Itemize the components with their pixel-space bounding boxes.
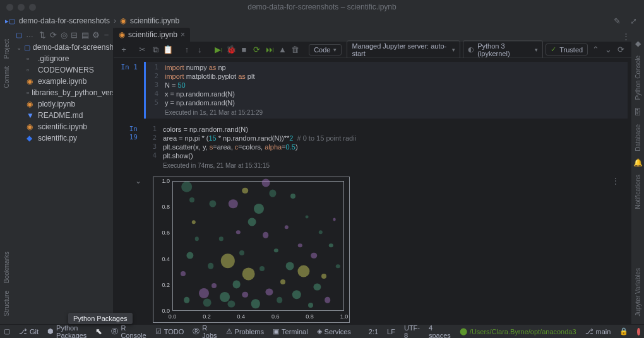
target-icon[interactable]: ◎ <box>60 29 68 40</box>
chevron-down-icon[interactable]: ⌄ <box>603 44 613 55</box>
split-icon[interactable]: ▤ <box>81 29 89 40</box>
kernel-dropdown[interactable]: ◐ Python 3 (ipykernel)▾ <box>463 40 543 59</box>
close-icon[interactable]: × <box>181 30 185 39</box>
title-bar: demo-data-for-screenshots – scientific.i… <box>0 0 644 14</box>
hide-tools-icon[interactable]: ▢ <box>4 327 10 335</box>
tool-bookmarks[interactable]: Bookmarks <box>3 252 10 283</box>
tool-jupyter-variables[interactable]: Jupyter Variables <box>635 268 641 317</box>
tree-file[interactable]: ▫CODEOWNERS <box>13 64 113 76</box>
sync-icon[interactable]: ⇅ <box>39 29 47 40</box>
run-cell-icon[interactable]: ▶| <box>213 44 224 55</box>
refresh-icon[interactable]: ⟳ <box>616 44 626 55</box>
breadcrumb-file[interactable]: scientific.ipynb <box>130 16 179 25</box>
move-down-icon[interactable]: ↓ <box>194 44 205 55</box>
window-title: demo-data-for-screenshots – scientific.i… <box>247 3 396 11</box>
editor-tabs: ◉ scientific.ipynb × ⋮ <box>114 28 631 42</box>
logo-icon[interactable]: ◆ <box>633 39 642 48</box>
tool-notifications[interactable]: Notifications <box>635 175 641 209</box>
services-icon: ◈ <box>317 327 322 335</box>
delete-icon[interactable]: 🗑 <box>290 44 300 55</box>
collapse-output-icon[interactable]: ⌄ <box>135 177 141 185</box>
sb-git[interactable]: ⎇Git <box>19 327 39 335</box>
expand-icon[interactable]: ⤢ <box>628 15 639 26</box>
tool-python-console[interactable]: Python Console <box>635 55 641 100</box>
server-dropdown[interactable]: Managed Jupyter server: auto-start▾ <box>347 40 460 59</box>
file-icon: ◉ <box>27 100 35 108</box>
lock-icon[interactable]: 🔒 <box>619 327 628 335</box>
add-cell-icon[interactable]: + <box>119 44 129 55</box>
tree-file[interactable]: ◆scientific.py <box>13 132 113 144</box>
sb-packages[interactable]: ⬢Python Packages <box>47 324 86 339</box>
sb-encoding[interactable]: UTF-8 <box>404 324 420 339</box>
r-icon: Ⓡ <box>193 327 200 336</box>
code-cell[interactable]: In 11import numpy as np2import matplotli… <box>117 62 628 119</box>
collapse-icon[interactable]: ⊟ <box>71 29 79 40</box>
run-all-icon[interactable]: ⏭ <box>265 44 275 55</box>
sb-branch[interactable]: ⎇main <box>585 327 611 335</box>
cell-type-dropdown[interactable]: Code▾ <box>309 44 342 55</box>
database-icon[interactable]: 🗄 <box>633 108 642 117</box>
sb-problems[interactable]: ⚠Problems <box>226 327 264 335</box>
sb-todo[interactable]: ☑TODO <box>155 327 184 335</box>
branch-icon: ⎇ <box>19 327 27 335</box>
tool-structure[interactable]: Structure <box>3 291 10 317</box>
file-icon: ▼ <box>27 111 35 120</box>
tab-scientific[interactable]: ◉ scientific.ipynb × <box>114 28 190 42</box>
file-icon: ▫ <box>27 54 35 63</box>
breadcrumb-project[interactable]: demo-data-for-screenshots <box>19 16 110 25</box>
file-icon: ◉ <box>27 77 35 86</box>
file-tree[interactable]: ⌄ ▢ demo-data-for-screenshots ~/Data ▫.g… <box>13 42 113 144</box>
sb-position[interactable]: 2:1 <box>369 328 378 335</box>
tree-file[interactable]: ▼README.md <box>13 110 113 121</box>
output-more-icon[interactable]: ⋮ <box>612 177 620 185</box>
tooltip: Python Packages <box>68 313 133 324</box>
folder-icon: ▢ <box>24 44 30 52</box>
stop-icon[interactable]: ■ <box>239 44 249 55</box>
gear-icon[interactable]: ⚙ <box>92 29 100 40</box>
cut-icon[interactable]: ✂ <box>138 44 148 55</box>
sb-rconsole[interactable]: ⓇR Console <box>111 324 146 339</box>
code-cell[interactable]: In 191colors = np.random.rand(N)2area = … <box>117 124 628 172</box>
jupyter-icon: ◉ <box>119 30 125 39</box>
tree-file[interactable]: ▫.gitignore <box>13 53 113 64</box>
bell-icon[interactable]: 🔔 <box>633 158 642 167</box>
tree-file[interactable]: ▫libraries_by_python_version.csv <box>13 87 113 98</box>
move-up-icon[interactable]: ↑ <box>182 44 192 55</box>
sb-interpreter[interactable]: ⬤/Users/Clara.Byrne/opt/anaconda3 <box>460 327 576 335</box>
tool-project[interactable]: Project <box>3 39 10 59</box>
python-icon: ◐ <box>468 45 474 54</box>
more-icon[interactable]: ⋮ <box>620 30 631 42</box>
trusted-chip[interactable]: ✓ Trusted <box>546 44 588 55</box>
notebook-body[interactable]: ✓ In 11import numpy as np2import matplot… <box>114 58 631 324</box>
debug-icon[interactable]: 🐞 <box>226 44 236 55</box>
paste-icon[interactable]: 📋 <box>163 44 173 55</box>
file-icon: ◉ <box>27 122 35 131</box>
refresh-icon[interactable]: ⟳ <box>49 29 57 40</box>
check-icon: ✓ <box>551 45 556 54</box>
left-tool-strip: Project Commit Bookmarks Structure <box>0 28 13 324</box>
sb-line-sep[interactable]: LF <box>387 328 395 335</box>
tree-file[interactable]: ◉example.ipynb <box>13 76 113 87</box>
tool-commit[interactable]: Commit <box>3 66 10 88</box>
tool-database[interactable]: Database <box>635 124 641 151</box>
hide-icon[interactable]: − <box>102 29 110 40</box>
notebook-toolbar: + ✂ ⧉ 📋 ↑ ↓ ▶| 🐞 ■ ⟳ ⏭ ▲ 🗑 Code▾ Managed… <box>114 42 631 58</box>
tree-root[interactable]: ⌄ ▢ demo-data-for-screenshots ~/Data <box>13 42 113 53</box>
copy-icon[interactable]: ⧉ <box>150 44 160 55</box>
tree-file[interactable]: ◉plotly.ipynb <box>13 98 113 110</box>
sb-rjobs[interactable]: ⓇR Jobs <box>193 324 217 339</box>
window-controls[interactable] <box>6 4 36 11</box>
clear-output-icon[interactable]: ▲ <box>277 44 287 55</box>
warning-icon: ⚠ <box>226 327 232 335</box>
sb-indent[interactable]: 4 spaces <box>429 324 451 339</box>
chevron-up-icon[interactable]: ⌃ <box>590 44 600 55</box>
tree-file[interactable]: ◉scientific.ipynb <box>13 121 113 132</box>
restart-icon[interactable]: ⟳ <box>252 44 262 55</box>
edit-icon[interactable]: ✎ <box>611 15 623 26</box>
scatter-chart: 0.00.20.40.60.81.0 0.00.20.40.60.81.0 <box>153 177 350 323</box>
error-indicator[interactable] <box>637 328 640 335</box>
project-icon[interactable]: ▢ <box>15 29 23 40</box>
sb-services[interactable]: ◈Services <box>317 327 351 335</box>
chevron-down-icon[interactable]: ⌄ <box>16 44 21 51</box>
sb-terminal[interactable]: ▣Terminal <box>273 327 308 335</box>
